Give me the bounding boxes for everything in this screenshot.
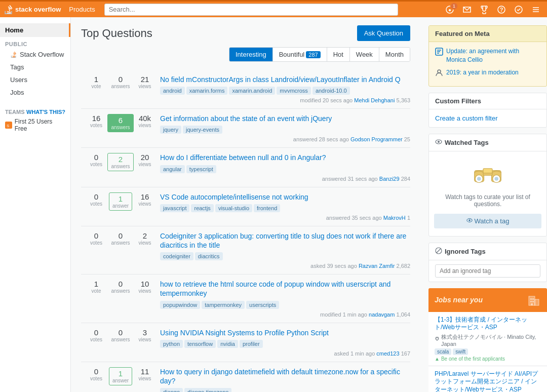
- meta-user-5[interactable]: Razvan Zamfir: [359, 263, 395, 269]
- tag-jquery-events[interactable]: jquery-events: [183, 126, 222, 134]
- tag-tampermonkey[interactable]: tampermonkey: [202, 301, 245, 309]
- featured-link-1[interactable]: Update: an agreement with Monica Cellio: [446, 47, 540, 64]
- views-col-5: 2 views: [134, 231, 156, 269]
- tab-bountied[interactable]: Bountiful 287: [273, 48, 327, 61]
- question-title-5[interactable]: Codeigniter 3 application bug: convertin…: [160, 231, 410, 250]
- tab-week[interactable]: Week: [350, 48, 379, 61]
- question-title-1[interactable]: No field mConstructorArgs in class Landr…: [160, 75, 410, 84]
- vote-count-7: 0: [94, 328, 98, 337]
- answer-stat-7: 0 answers: [111, 328, 130, 342]
- tag-typescript[interactable]: typescript: [186, 165, 216, 173]
- meta-score-5: 2,682: [396, 263, 410, 269]
- tag-angular[interactable]: angular: [160, 165, 185, 173]
- tag-android-10.0[interactable]: android-10.0: [312, 87, 350, 95]
- question-stats-1: 1 vote 0 answers 21 views: [81, 75, 156, 103]
- question-title-2[interactable]: Get information about the state of an ev…: [160, 114, 410, 123]
- featured-link-2[interactable]: 2019: a year in moderation: [446, 68, 519, 77]
- views-col-6: 10 views: [134, 280, 156, 317]
- question-content-5: Codeigniter 3 application bug: convertin…: [160, 231, 410, 269]
- answer-label-8: answer: [112, 378, 129, 383]
- meta-user-2[interactable]: Godson Programmer: [350, 136, 403, 142]
- question-title-3[interactable]: How do I differentiate between null and …: [160, 153, 410, 162]
- tag-xamarin.forms[interactable]: xamarin.forms: [186, 87, 228, 95]
- question-title-7[interactable]: Using NVIDIA Nsight Systems to Profile P…: [160, 328, 410, 337]
- achievements-icon-btn[interactable]: ● 1: [443, 3, 457, 17]
- vote-label-1: vote: [92, 84, 101, 89]
- tag-userscripts[interactable]: userscripts: [246, 301, 279, 309]
- job-tag-swift[interactable]: swift: [453, 348, 468, 355]
- tag-django[interactable]: django: [160, 388, 183, 392]
- ignored-tags-input-area: [429, 260, 546, 282]
- question-title-8[interactable]: How to query in django datetimefield wit…: [160, 367, 410, 385]
- watch-tag-button[interactable]: Watch a tag: [434, 214, 541, 228]
- main-content: Top Questions Ask Question Interesting B…: [71, 17, 420, 392]
- job-title-2[interactable]: PHP/Laravel サーバーサイド AI/APIプラットフォーム開発エンジニ…: [435, 370, 541, 392]
- tag-javascript[interactable]: javascript: [160, 204, 189, 212]
- inbox-icon-btn[interactable]: [460, 3, 474, 17]
- question-title-4[interactable]: VS Code autocomplete/intellisense not wo…: [160, 192, 410, 202]
- question-stats-2: 16 votes 6 answers 40k views: [81, 114, 156, 142]
- tab-hot[interactable]: Hot: [327, 48, 350, 61]
- meta-user-1[interactable]: Mehdi Dehghani: [354, 97, 395, 103]
- tag-tensorflow[interactable]: tensorflow: [184, 340, 216, 348]
- nav-products[interactable]: Products: [66, 4, 98, 15]
- tags-row-7: pythontensorflownvidiaprofiler: [160, 340, 410, 348]
- tag-python[interactable]: python: [160, 340, 183, 348]
- hamburger-icon-btn[interactable]: [529, 3, 543, 17]
- question-title-6[interactable]: how to retrieve the html source code of …: [160, 280, 410, 298]
- meta-user-7[interactable]: cmed123: [376, 350, 399, 357]
- tag-frontend[interactable]: frontend: [254, 204, 280, 212]
- sidebar-item-jobs[interactable]: Jobs: [0, 86, 70, 99]
- tag-android[interactable]: android: [160, 87, 185, 95]
- tag-xamarin.android[interactable]: xamarin.android: [229, 87, 275, 95]
- tab-month[interactable]: Month: [379, 48, 410, 61]
- svg-point-6: [438, 70, 441, 73]
- tag-codeigniter[interactable]: codeigniter: [160, 252, 193, 260]
- sidebar-item-tags[interactable]: Tags: [0, 61, 70, 73]
- meta-user-3[interactable]: Banzi29: [379, 176, 400, 182]
- tag-nvidia[interactable]: nvidia: [217, 340, 238, 348]
- trophy-icon-btn[interactable]: [477, 3, 491, 17]
- question-item-4: 0 votes 1 answer 16 views VS Code autoco…: [81, 187, 410, 226]
- job-title-1[interactable]: 【1-3】技術者育成 / インターネット/Webサービス・ASP: [435, 316, 541, 332]
- ask-question-button[interactable]: Ask Question: [357, 25, 410, 41]
- tag-diacritics[interactable]: diacritics: [195, 252, 223, 260]
- sidebar-item-users[interactable]: Users: [0, 73, 70, 86]
- svg-rect-25: [530, 301, 532, 302]
- job-company-1: 株式会社テクノモバイル · Minato City, Japan: [435, 333, 541, 347]
- search-input[interactable]: [104, 4, 398, 16]
- svg-rect-27: [531, 303, 533, 305]
- views-col-3: 20 views: [134, 153, 156, 181]
- logo[interactable]: stack overflow: [4, 5, 61, 14]
- vote-count-6: 1: [94, 280, 98, 288]
- view-count-2: 40k: [139, 114, 151, 123]
- meta-user-6[interactable]: nadavgam: [369, 311, 395, 318]
- tag-mvvmcross[interactable]: mvvmcross: [277, 87, 311, 95]
- question-content-2: Get information about the state of an ev…: [160, 114, 410, 142]
- review-icon-btn[interactable]: [512, 3, 526, 17]
- whats-this-link[interactable]: What's this?: [26, 109, 65, 115]
- create-filter-link[interactable]: Create a custom filter: [435, 112, 498, 124]
- tab-interesting[interactable]: Interesting: [229, 48, 273, 61]
- tag-popupwindow[interactable]: popupwindow: [160, 301, 200, 309]
- tag-profiler[interactable]: profiler: [240, 340, 263, 348]
- question-item-8: 0 votes 1 answer 11 views How to query i…: [81, 362, 410, 392]
- ignored-tag-input[interactable]: [435, 264, 540, 278]
- votes-col-6: 1 vote: [85, 280, 107, 317]
- tag-visual-studio[interactable]: visual-studio: [215, 204, 252, 212]
- vote-label-2: votes: [90, 123, 102, 128]
- sidebar-item-first-users[interactable]: S First 25 Users Free: [0, 116, 70, 134]
- svg-rect-26: [532, 301, 534, 302]
- tag-django-timezone[interactable]: django-timezone: [184, 388, 231, 392]
- tag-jquery[interactable]: jquery: [160, 126, 181, 134]
- tag-reactjs[interactable]: reactjs: [191, 204, 213, 212]
- sidebar-item-home[interactable]: Home: [0, 23, 70, 37]
- meta-user-4[interactable]: MakrovH: [383, 215, 406, 221]
- job-tag-scala[interactable]: scala: [435, 348, 451, 355]
- help-icon-btn[interactable]: ?: [494, 3, 509, 17]
- view-label-8: views: [138, 376, 151, 381]
- sidebar-item-stackoverflow[interactable]: Stack Overflow: [0, 48, 70, 61]
- question-list: 1 vote 0 answers 21 views No field mCons…: [81, 70, 410, 392]
- answer-count-4: 1: [119, 194, 123, 203]
- answer-label-3: answers: [111, 164, 130, 169]
